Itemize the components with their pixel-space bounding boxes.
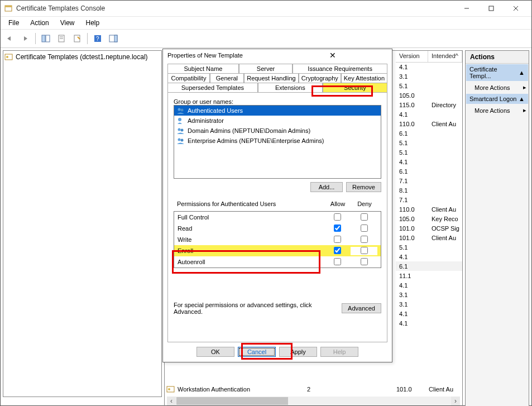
svg-point-21 xyxy=(181,109,184,112)
dialog-close-button[interactable]: ✕ xyxy=(277,51,387,60)
menubar: File Action View Help xyxy=(1,17,531,30)
grid-row[interactable]: 110.0Client Au xyxy=(396,204,462,214)
principal-item[interactable]: Authenticated Users xyxy=(174,106,381,116)
allow-read[interactable] xyxy=(334,225,341,232)
tab-superseded[interactable]: Superseded Templates xyxy=(167,83,258,92)
grid-row[interactable]: 101.0Client Au xyxy=(396,233,462,242)
forward-button[interactable] xyxy=(18,32,32,45)
back-button[interactable] xyxy=(3,32,16,45)
menu-help[interactable]: Help xyxy=(80,18,106,28)
grid-row[interactable]: 4.1 xyxy=(396,157,462,166)
tab-cryptography[interactable]: Cryptography xyxy=(299,73,341,83)
more-actions-smartcard[interactable]: More Actions ▸ xyxy=(466,104,529,116)
grid-row[interactable]: 6.1 xyxy=(396,261,462,271)
principal-item[interactable]: Administrator xyxy=(174,116,381,126)
grid-row[interactable]: 4.1 xyxy=(396,309,462,318)
close-button[interactable] xyxy=(504,1,528,16)
tab-issuance-req[interactable]: Issuance Requirements xyxy=(293,64,387,73)
tab-key-attestation[interactable]: Key Attestation xyxy=(341,73,387,83)
allow-write[interactable] xyxy=(334,236,341,243)
tab-server[interactable]: Server xyxy=(239,64,293,73)
grid-row[interactable]: 11.1 xyxy=(396,271,462,280)
grid-row[interactable]: 105.0 xyxy=(396,90,462,100)
grid-row[interactable]: 4.1 xyxy=(396,109,462,119)
tab-general[interactable]: General xyxy=(210,73,244,83)
grid-row[interactable]: 115.0Directory xyxy=(396,100,462,109)
ok-button[interactable]: OK xyxy=(196,347,234,357)
tab-subject-name[interactable]: Subject Name xyxy=(167,64,239,73)
grid-row[interactable]: 4.1 xyxy=(396,280,462,290)
principals-listbox[interactable]: Authenticated UsersAdministratorDomain A… xyxy=(174,105,381,179)
grid-row[interactable]: 8.1 xyxy=(396,185,462,195)
allow-full-control[interactable] xyxy=(334,213,341,221)
grid-row[interactable]: 5.1 xyxy=(396,138,462,147)
menu-view[interactable]: View xyxy=(55,18,80,28)
deny-write[interactable] xyxy=(361,236,368,243)
grid-row[interactable]: 3.1 xyxy=(396,299,462,309)
menu-file[interactable]: File xyxy=(3,18,25,28)
help-button[interactable]: ? xyxy=(91,32,104,45)
deny-read[interactable] xyxy=(361,225,368,232)
grid-rows[interactable]: 4.13.15.1105.0115.0Directory4.1110.0Clie… xyxy=(396,62,462,395)
maximize-button[interactable] xyxy=(479,1,504,16)
tab-security[interactable]: Security xyxy=(323,83,387,92)
grid-row[interactable]: 5.1 xyxy=(396,242,462,252)
col-version[interactable]: Version xyxy=(396,51,428,62)
grid-header[interactable]: Version Intended ^ xyxy=(396,51,462,63)
menu-action[interactable]: Action xyxy=(25,18,54,28)
cell-version: 3.1 xyxy=(396,301,428,308)
grid-row[interactable]: 105.0Key Reco xyxy=(396,214,462,223)
help-button[interactable]: Help xyxy=(320,347,358,357)
col-intended[interactable]: Intended ^ xyxy=(428,51,462,62)
allow-enroll[interactable] xyxy=(334,247,341,254)
principal-item[interactable]: Enterprise Admins (NEPTUNE\Enterprise Ad… xyxy=(174,136,381,146)
principal-item[interactable]: Domain Admins (NEPTUNE\Domain Admins) xyxy=(174,126,381,136)
grid-row[interactable]: 5.1 xyxy=(396,147,462,157)
cell-version: 11.1 xyxy=(396,273,428,279)
export-list-button[interactable] xyxy=(55,32,68,45)
grid-row[interactable]: 4.1 xyxy=(396,252,462,261)
tab-extensions[interactable]: Extensions xyxy=(258,83,323,92)
grid-row[interactable]: 6.1 xyxy=(396,128,462,138)
grid-row[interactable]: 4.1 xyxy=(396,318,462,328)
scroll-thumb[interactable] xyxy=(176,397,288,405)
horizontal-scrollbar[interactable]: ‹ › xyxy=(167,397,460,405)
tab-request-handling[interactable]: Request Handling xyxy=(244,73,299,83)
allow-autoenroll[interactable] xyxy=(334,258,341,265)
grid-row[interactable]: 3.1 xyxy=(396,71,462,81)
deny-enroll[interactable] xyxy=(361,247,368,254)
cell-version: 110.0 xyxy=(396,206,428,213)
cell-version: 101.0 xyxy=(396,225,428,232)
scroll-left-button[interactable]: ‹ xyxy=(167,397,176,405)
tree-root-item[interactable]: Certificate Templates (dctest1.neptune.l… xyxy=(4,52,160,62)
grid-row[interactable]: 6.1 xyxy=(396,166,462,176)
cell-version: 5.1 xyxy=(396,140,428,146)
minimize-button[interactable] xyxy=(454,1,479,16)
add-button[interactable]: Add... xyxy=(310,182,343,192)
grid-row[interactable]: 4.1 xyxy=(396,62,462,71)
workstation-num: 2 xyxy=(307,386,396,393)
grid-row[interactable]: 3.1 xyxy=(396,290,462,299)
deny-full-control[interactable] xyxy=(361,213,368,221)
grid-row[interactable]: 110.0Client Au xyxy=(396,119,462,128)
grid-row[interactable]: 101.0OCSP Sig xyxy=(396,223,462,233)
actions-section-smartcard[interactable]: Smartcard Logon ▲ xyxy=(466,94,528,104)
workstation-row[interactable]: Workstation Authentication 2 101.0 Clien… xyxy=(166,384,453,394)
show-actions-pane-button[interactable] xyxy=(107,32,120,45)
tree-pane[interactable]: Certificate Templates (dctest1.neptune.l… xyxy=(3,50,162,397)
remove-button[interactable]: Remove xyxy=(346,182,381,192)
grid-row[interactable]: 5.1 xyxy=(396,81,462,90)
grid-row[interactable]: 7.1 xyxy=(396,195,462,204)
cancel-button[interactable]: Cancel xyxy=(238,347,276,357)
tab-compatibility[interactable]: Compatibility xyxy=(167,73,210,83)
more-actions-templates[interactable]: More Actions ▸ xyxy=(466,82,529,93)
grid-row[interactable]: 7.1 xyxy=(396,176,462,185)
deny-autoenroll[interactable] xyxy=(361,258,368,265)
actions-section-templates[interactable]: Certificate Templ... ▲ xyxy=(466,64,528,81)
apply-button[interactable]: Apply xyxy=(279,347,317,357)
scroll-right-button[interactable]: › xyxy=(451,397,460,405)
show-hide-tree-button[interactable] xyxy=(39,32,52,45)
advanced-button[interactable]: Advanced xyxy=(342,303,381,313)
properties-button[interactable] xyxy=(70,32,84,45)
cell-version: 4.1 xyxy=(396,111,428,118)
